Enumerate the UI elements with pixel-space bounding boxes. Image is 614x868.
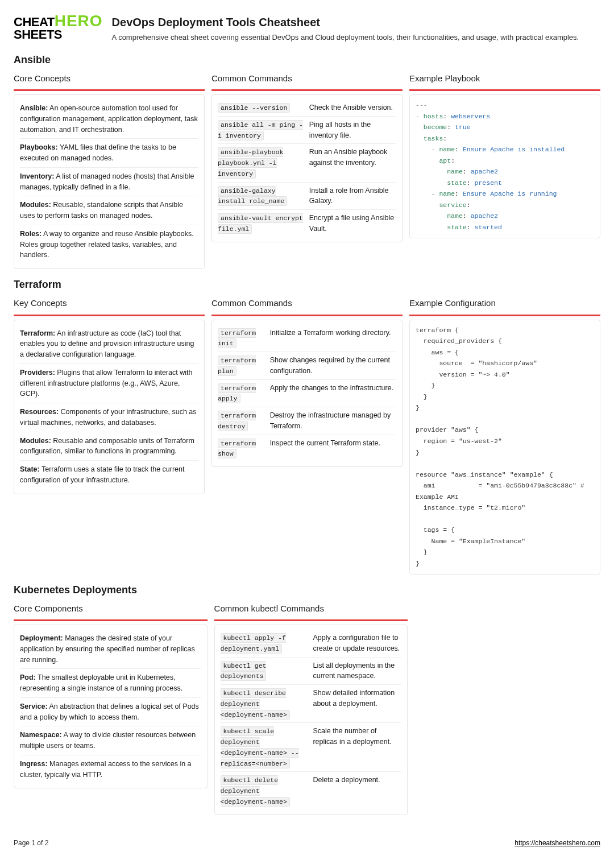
command-code: ansible-playbook playbook.yml -i invento… [218, 147, 283, 179]
command-row: terraform destroyDestroy the infrastruct… [218, 407, 396, 435]
command-desc: Apply the changes to the infrastructure. [270, 383, 396, 394]
command-row: kubectl apply -f deployment.yamlApply a … [221, 630, 402, 658]
command-code: kubectl scale deployment <deployment-nam… [221, 726, 299, 768]
command-row: ansible all -m ping -i inventoryPing all… [218, 117, 396, 144]
concept-item: Playbooks: YAML files that define the ta… [20, 139, 198, 168]
divider [14, 619, 208, 621]
command-row: ansible-galaxy install role_nameInstall … [218, 183, 396, 210]
command-row: terraform applyApply the changes to the … [218, 380, 396, 408]
command-code: terraform plan [218, 356, 256, 376]
command-code: kubectl get deployments [221, 661, 267, 681]
command-desc: List all deployments in the current name… [313, 660, 401, 682]
command-desc: Apply a configuration file to create or … [313, 633, 401, 654]
command-code: ansible all -m ping -i inventory [218, 120, 303, 140]
command-row: kubectl delete deployment <deployment-na… [221, 772, 402, 809]
divider [211, 89, 403, 91]
command-row: kubectl get deploymentsList all deployme… [221, 658, 402, 685]
concept-item: Service: An abstraction that defines a l… [20, 698, 201, 727]
concept-item: Pod: The smallest deployable unit in Kub… [20, 669, 201, 698]
command-row: terraform initInitialize a Terraform wor… [218, 325, 396, 353]
concept-item: Terraform: An infrastructure as code (Ia… [20, 325, 198, 364]
command-desc: Show detailed information about a deploy… [313, 688, 401, 709]
command-desc: Inspect the current Terraform state. [270, 438, 396, 449]
command-code: kubectl describe deployment <deployment-… [221, 688, 290, 720]
concept-item: Modules: Reusable, standalone scripts th… [20, 196, 198, 225]
command-desc: Run an Ansible playbook against the inve… [309, 147, 396, 168]
divider [214, 619, 408, 621]
concept-item: Modules: Reusable and composable units o… [20, 432, 198, 461]
card-title: Common Commands [211, 297, 403, 311]
logo-text-cheat: CHEAT [14, 16, 55, 28]
terraform-code: terraform { required_providers { aws = {… [416, 325, 594, 569]
concepts-card: Terraform: An infrastructure as code (Ia… [14, 320, 205, 494]
divider [14, 89, 205, 91]
command-row: kubectl scale deployment <deployment-nam… [221, 723, 402, 772]
divider [211, 315, 403, 316]
section-heading-terraform: Terraform [14, 277, 600, 292]
page-subtitle: A comprehensive cheat sheet covering ess… [112, 32, 579, 43]
command-row: terraform showInspect the current Terraf… [218, 435, 396, 462]
concept-item: Ingress: Manages external access to the … [20, 755, 201, 784]
command-code: terraform apply [218, 383, 256, 404]
command-code: terraform destroy [218, 411, 256, 431]
command-desc: Delete a deployment. [313, 775, 401, 786]
logo-text-sheets: SHEETS [14, 29, 103, 41]
commands-card: ansible --versionCheck the Ansible versi… [211, 94, 403, 242]
page-title: DevOps Deployment Tools Cheatsheet [112, 14, 579, 31]
command-row: terraform planShow changes required by t… [218, 352, 396, 380]
section-heading-k8s: Kubernetes Deployments [14, 582, 600, 598]
card-title: Common kubectl Commands [214, 602, 408, 617]
command-desc: Check the Ansible version. [309, 102, 396, 113]
divider [409, 89, 600, 91]
logo: CHEATHERO SHEETS [14, 14, 103, 40]
command-code: ansible --version [218, 103, 290, 113]
command-code: terraform init [218, 328, 256, 349]
concept-item: Deployment: Manages the desired state of… [20, 630, 201, 669]
concepts-card: Deployment: Manages the desired state of… [14, 625, 208, 788]
concept-item: Resources: Components of your infrastruc… [20, 403, 198, 432]
command-row: ansible --versionCheck the Ansible versi… [218, 100, 396, 117]
command-code: ansible-galaxy install role_name [218, 186, 287, 206]
concept-item: Ansible: An open-source automation tool … [20, 100, 198, 139]
command-code: ansible-vault encrypt file.yml [218, 213, 303, 234]
commands-card: kubectl apply -f deployment.yamlApply a … [214, 625, 408, 815]
concept-item: State: Terraform uses a state file to tr… [20, 461, 198, 489]
commands-card: terraform initInitialize a Terraform wor… [211, 320, 403, 468]
command-desc: Show changes required by the current con… [270, 355, 396, 377]
command-desc: Encrypt a file using Ansible Vault. [309, 213, 396, 234]
card-title: Core Concepts [14, 72, 205, 86]
header: CHEATHERO SHEETS DevOps Deployment Tools… [14, 14, 600, 43]
footer-link[interactable]: https://cheatsheetshero.com [515, 838, 600, 848]
command-desc: Ping all hosts in the inventory file. [309, 119, 396, 141]
example-card: --- - hosts: webservers become: true tas… [409, 94, 600, 238]
footer: Page 1 of 2 https://cheatsheetshero.com [14, 838, 600, 848]
divider [409, 315, 600, 316]
command-code: terraform show [218, 439, 256, 459]
divider [14, 315, 205, 316]
concept-item: Providers: Plugins that allow Terraform … [20, 364, 198, 403]
concept-item: Roles: A way to organize and reuse Ansib… [20, 225, 198, 264]
card-title: Common Commands [211, 72, 403, 86]
command-row: ansible-vault encrypt file.ymlEncrypt a … [218, 210, 396, 237]
command-desc: Install a role from Ansible Galaxy. [309, 185, 396, 207]
command-desc: Destroy the infrastructure managed by Te… [270, 410, 396, 432]
card-title: Example Configuration [409, 297, 600, 311]
command-row: kubectl describe deployment <deployment-… [221, 685, 402, 723]
ansible-playbook-code: --- - hosts: webservers become: true tas… [416, 100, 594, 233]
page-number: Page 1 of 2 [14, 838, 48, 848]
card-title: Core Components [14, 602, 208, 617]
concepts-card: Ansible: An open-source automation tool … [14, 94, 205, 269]
card-title: Example Playbook [409, 72, 600, 86]
section-heading-ansible: Ansible [14, 52, 600, 68]
card-title: Key Concepts [14, 297, 205, 311]
command-code: kubectl delete deployment <deployment-na… [221, 775, 290, 807]
command-desc: Scale the number of replicas in a deploy… [313, 726, 401, 747]
concept-item: Inventory: A list of managed nodes (host… [20, 168, 198, 197]
concept-item: Namespace: A way to divide cluster resou… [20, 726, 201, 755]
command-row: ansible-playbook playbook.yml -i invento… [218, 144, 396, 182]
example-card: terraform { required_providers { aws = {… [409, 320, 600, 574]
logo-text-hero: HERO [55, 14, 103, 29]
command-code: kubectl apply -f deployment.yaml [221, 633, 286, 654]
command-desc: Initialize a Terraform working directory… [270, 328, 396, 338]
